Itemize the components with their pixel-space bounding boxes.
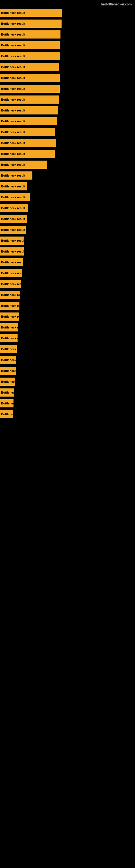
bar-label: Bottleneck result xyxy=(0,98,25,101)
bar-row: Bottleneck result xyxy=(0,365,135,376)
bar-row: Bottleneck result xyxy=(0,398,135,409)
bar-row: Bottleneck result56.1% xyxy=(0,62,135,72)
bar-row: Bottleneck result xyxy=(0,289,135,300)
bar-label: Bottleneck result xyxy=(0,250,25,253)
bar-row: Bottleneck result xyxy=(0,203,135,214)
bar-row: Bottleneck result xyxy=(0,214,135,224)
bar-label: Bottleneck result xyxy=(0,207,25,210)
bar-row: Bottleneck result xyxy=(0,376,135,387)
bar-label: Bottleneck result xyxy=(0,402,25,405)
bar-row: Bottleneck result55.2% xyxy=(0,116,135,127)
bar-value: 57.6% xyxy=(63,11,72,14)
bar-row: Bottleneck result54.6 xyxy=(0,137,135,148)
bar-row: Bottleneck result xyxy=(0,279,135,289)
bar-row: Bottleneck result50 xyxy=(0,159,135,170)
bar-label: Bottleneck result xyxy=(0,239,25,242)
bar-label: Bottleneck result xyxy=(0,282,25,286)
bar-label: Bottleneck result xyxy=(0,358,25,362)
bar-row: Bottleneck result56.5% xyxy=(0,40,135,51)
bar-label: Bottleneck result xyxy=(0,109,25,112)
bar-row: Bottleneck result xyxy=(0,170,135,181)
bar-label: Bottleneck result xyxy=(0,228,25,231)
bar-value: 54% xyxy=(56,152,62,155)
bar-label: Bottleneck result xyxy=(0,185,25,188)
bar-value: 56.9% xyxy=(61,33,70,36)
bar-row: Bottleneck result xyxy=(0,257,135,268)
bars-container: Bottleneck result57.6%Bottleneck result5… xyxy=(0,7,135,420)
bar-row: Bottleneck result xyxy=(0,322,135,333)
bar-label: Bottleneck result xyxy=(0,391,25,394)
bar-label: Bottleneck result xyxy=(0,11,25,14)
bar-label: Bottleneck result xyxy=(0,293,25,297)
bar-label: Bottleneck result xyxy=(0,33,25,36)
bar-row: Bottleneck result xyxy=(0,409,135,420)
bar-label: Bottleneck result xyxy=(0,326,25,329)
bar-row: Bottleneck result xyxy=(0,268,135,279)
bar-label: Bottleneck result xyxy=(0,163,25,166)
bar-label: Bottleneck result xyxy=(0,44,25,47)
bar-row: Bottleneck result4. xyxy=(0,181,135,192)
bar-value: 56.5% xyxy=(61,76,69,80)
bar-label: Bottleneck result xyxy=(0,22,25,25)
bar-value: 56.1% xyxy=(60,98,68,101)
bar-label: Bottleneck result xyxy=(0,65,25,69)
bar-row: Bottleneck result xyxy=(0,344,135,354)
bar-label: Bottleneck result xyxy=(0,195,25,199)
bar-row: Bottleneck result54% xyxy=(0,148,135,159)
bar-label: Bottleneck result xyxy=(0,369,25,372)
bar-value: 57.4% xyxy=(63,22,71,25)
bar-row: Bottleneck result xyxy=(0,300,135,311)
bar-row: Bottleneck result xyxy=(0,333,135,344)
bar-row: Bottleneck result xyxy=(0,354,135,365)
bar-value: 56.5% xyxy=(61,87,69,90)
bar-row: Bottleneck result xyxy=(0,246,135,257)
bar-value: 56.5% xyxy=(61,44,69,47)
bar-label: Bottleneck result xyxy=(0,304,25,307)
header: TheBottlenecker.com xyxy=(0,0,135,7)
bar-row: Bottleneck result xyxy=(0,192,135,203)
bar-row: Bottleneck result57.4% xyxy=(0,18,135,29)
bar-row: Bottleneck result56.9% xyxy=(0,29,135,40)
bar-value: 54.6 xyxy=(57,141,63,145)
bar-value: 54.1 xyxy=(56,130,62,134)
bar-label: Bottleneck result xyxy=(0,412,25,416)
bar-label: Bottleneck result xyxy=(0,261,25,264)
bar-value: 4. xyxy=(28,185,31,188)
bar-value: 56.7% xyxy=(61,55,70,58)
bar-label: Bottleneck result xyxy=(0,87,25,90)
bar-label: Bottleneck result xyxy=(0,272,25,275)
bar-label: Bottleneck result xyxy=(0,76,25,80)
bar-label: Bottleneck result xyxy=(0,174,25,177)
bar-row: Bottleneck result54.1 xyxy=(0,127,135,137)
bar-label: Bottleneck result xyxy=(0,55,25,58)
bar-label: Bottleneck result xyxy=(0,141,25,145)
bar-row: Bottleneck result xyxy=(0,235,135,246)
bar-row: Bottleneck result56.5% xyxy=(0,72,135,83)
bar-row: Bottleneck result xyxy=(0,387,135,398)
bar-value: 55.8% xyxy=(59,109,68,112)
bar-label: Bottleneck result xyxy=(0,380,25,383)
bar-value: 56.1% xyxy=(60,65,68,69)
bar-row: Bottleneck result56.1% xyxy=(0,94,135,105)
site-title: TheBottlenecker.com xyxy=(99,2,132,6)
bar-row: Bottleneck result xyxy=(0,311,135,322)
bar-label: Bottleneck result xyxy=(0,152,25,155)
bar-row: Bottleneck result xyxy=(0,224,135,235)
bar-row: Bottleneck result57.6% xyxy=(0,7,135,18)
bar-label: Bottleneck result xyxy=(0,315,25,318)
bar-label: Bottleneck result xyxy=(0,120,25,123)
bar-label: Bottleneck result xyxy=(0,130,25,134)
bar-row: Bottleneck result55.8% xyxy=(0,105,135,116)
bar-label: Bottleneck result xyxy=(0,217,25,220)
bar-value: 50 xyxy=(48,163,52,166)
bar-row: Bottleneck result56.5% xyxy=(0,83,135,94)
bar-row: Bottleneck result56.7% xyxy=(0,51,135,62)
bar-value: 55.2% xyxy=(58,120,66,123)
bar-label: Bottleneck result xyxy=(0,337,25,340)
bar-label: Bottleneck result xyxy=(0,347,25,351)
